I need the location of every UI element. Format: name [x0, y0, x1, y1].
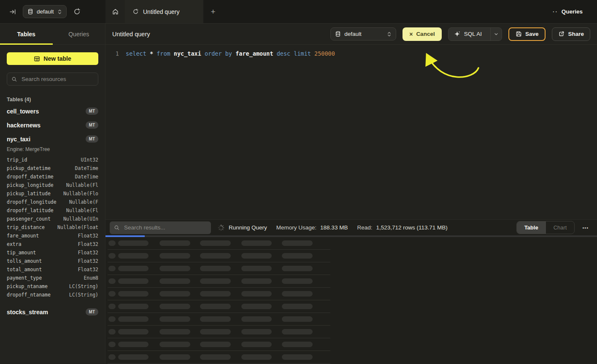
sidebar-tab-tables[interactable]: Tables: [0, 24, 53, 44]
column-type: Enum8: [84, 275, 98, 281]
home-icon: [112, 8, 119, 15]
column-name: pickup_datetime: [7, 165, 51, 171]
sidebar-body: New table Tables (4) cell_towersMThacker…: [0, 45, 105, 319]
home-button[interactable]: [105, 0, 125, 23]
results-toolbar: Running Query Memory Usage: 188.33 MB Re…: [105, 219, 597, 235]
table-item-nyc_taxi[interactable]: nyc_taxiMT: [7, 132, 98, 146]
sidebar-tabs: Tables Queries: [0, 24, 105, 45]
skeleton-row: [108, 313, 330, 326]
active-tab-underline: [0, 43, 53, 45]
engine-badge: MT: [86, 108, 98, 115]
column-type: Float32: [78, 267, 98, 272]
collapse-sidebar-button[interactable]: [8, 7, 18, 17]
column-name: total_amount: [7, 267, 42, 272]
table-engine: Engine: MergeTree: [7, 146, 98, 152]
resource-search: [7, 73, 98, 86]
skeleton-cell: [118, 240, 149, 246]
tables-section-title: Tables (4): [7, 97, 98, 102]
queries-link[interactable]: ·· Queries: [550, 8, 585, 15]
line-number: 1: [112, 50, 119, 219]
engine-badge: MT: [86, 121, 98, 129]
skeleton-cell: [241, 291, 272, 297]
column-name: tip_amount: [7, 250, 36, 256]
more-options-button[interactable]: •••: [580, 225, 591, 231]
cancel-label: Cancel: [416, 31, 435, 37]
table-item-stocks_stream[interactable]: stocks_streamMT: [7, 305, 98, 319]
skeleton-cell: [159, 278, 190, 284]
column-type: Float32: [78, 258, 98, 264]
table-name: stocks_stream: [7, 309, 48, 315]
skeleton-cell: [241, 329, 272, 334]
collapse-sidebar-icon: [9, 8, 16, 15]
column-row: dropoff_latitudeNullable(Fl: [7, 206, 98, 215]
tab-untitled-query[interactable]: Untitled query: [125, 0, 203, 23]
share-icon: [558, 31, 565, 37]
database-icon: [27, 8, 33, 15]
column-type: Nullable(Fl: [66, 182, 98, 188]
table-name: nyc_taxi: [7, 136, 30, 143]
sidebar-database-value: default: [37, 8, 54, 15]
search-icon: [114, 225, 120, 231]
sql-code-line[interactable]: select * from nyc_taxi order by fare_amo…: [126, 50, 335, 219]
sql-editor[interactable]: 1 select * from nyc_taxi order by fare_a…: [105, 45, 597, 219]
plus-icon: +: [211, 7, 215, 16]
column-row: passenger_countNullable(UIn: [7, 215, 98, 223]
column-row: pickup_longitudeNullable(Fl: [7, 181, 98, 189]
new-table-button[interactable]: New table: [7, 52, 98, 65]
sql-ai-button[interactable]: SQL AI: [448, 27, 502, 41]
skeleton-row: [108, 326, 330, 338]
skeleton-row: [108, 288, 330, 300]
skeleton-row: [108, 275, 330, 288]
skeleton-cell: [108, 266, 116, 271]
sql-token: *: [150, 50, 157, 57]
skeleton-cell: [282, 304, 313, 309]
skeleton-cell: [200, 329, 231, 334]
table-item-cell_towers[interactable]: cell_towersMT: [7, 104, 98, 118]
results-search-input[interactable]: [123, 224, 207, 231]
new-table-label: New table: [43, 55, 71, 62]
view-toggle-table[interactable]: Table: [517, 221, 546, 234]
skeleton-cell: [108, 354, 116, 360]
table-name: hackernews: [7, 122, 41, 129]
skeleton-cell: [159, 253, 190, 259]
spinner-icon: [218, 224, 224, 231]
skeleton-cell: [282, 354, 313, 360]
table-item-hackernews[interactable]: hackernewsMT: [7, 118, 98, 132]
view-toggle: Table Chart: [516, 221, 575, 234]
queries-link-label: Queries: [562, 8, 583, 15]
refresh-database-button[interactable]: [72, 6, 82, 17]
query-database-selector[interactable]: default: [330, 27, 396, 40]
cancel-button[interactable]: × Cancel: [403, 27, 441, 41]
sql-ai-main[interactable]: SQL AI: [448, 28, 487, 40]
results-panel: Running Query Memory Usage: 188.33 MB Re…: [105, 219, 597, 364]
share-button[interactable]: Share: [552, 27, 590, 41]
column-name: dropoff_datetime: [7, 174, 54, 180]
page-title: Untitled query: [112, 31, 150, 38]
resource-search-input[interactable]: [21, 75, 97, 83]
sidebar-tab-queries[interactable]: Queries: [53, 24, 105, 44]
skeleton-cell: [282, 240, 313, 246]
close-icon: ×: [409, 31, 413, 38]
new-tab-button[interactable]: +: [203, 0, 223, 23]
top-navbar: default: [0, 0, 597, 24]
column-type: Nullable(Fl: [66, 208, 98, 213]
column-name: trip_id: [7, 157, 27, 163]
view-toggle-chart[interactable]: Chart: [546, 221, 575, 234]
skeleton-row: [108, 250, 330, 262]
tab-label: Untitled query: [143, 8, 179, 15]
sql-token: nyc_taxi: [174, 50, 205, 57]
read-label: Read:: [357, 224, 372, 231]
save-button[interactable]: Save: [508, 27, 546, 41]
sql-token: desc: [277, 50, 294, 57]
column-row: pickup_latitudeNullable(Flo: [7, 189, 98, 198]
skeleton-cell: [108, 278, 116, 284]
skeleton-cell: [118, 342, 149, 347]
skeleton-cell: [241, 278, 272, 284]
skeleton-cell: [159, 291, 190, 297]
sidebar: Tables Queries New table: [0, 24, 105, 364]
skeleton-cell: [159, 316, 190, 322]
skeleton-cell: [282, 329, 313, 334]
sql-ai-dropdown[interactable]: [490, 28, 502, 40]
sql-token: from: [157, 50, 174, 57]
sidebar-database-selector[interactable]: default: [23, 5, 67, 18]
